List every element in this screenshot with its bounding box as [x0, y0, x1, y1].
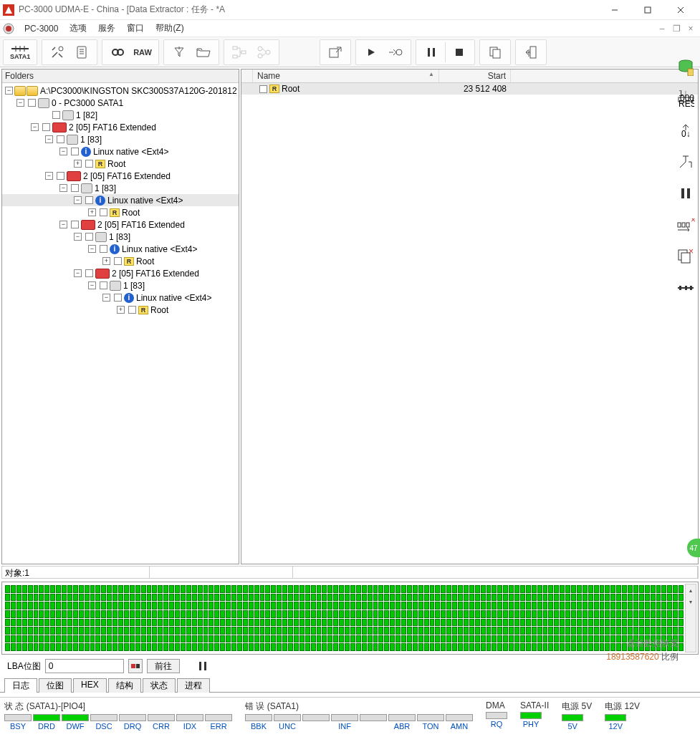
- list-row[interactable]: RRoot 23 512 408: [241, 83, 698, 95]
- play-button[interactable]: [359, 41, 383, 64]
- tree-item[interactable]: 2 [05] FAT16 Extended: [97, 220, 185, 230]
- probe-icon[interactable]: [676, 152, 696, 172]
- tree-item[interactable]: 1 [83]: [95, 183, 116, 193]
- led: [302, 714, 330, 721]
- exit-button[interactable]: [519, 41, 543, 64]
- folder-open-button[interactable]: [191, 41, 216, 64]
- tree-item[interactable]: 1 [83]: [123, 281, 145, 291]
- tree-select-button[interactable]: [227, 41, 251, 64]
- tree-item-selected[interactable]: Linux native <Ext4>: [107, 196, 183, 206]
- status-group-dma: DMA RQ: [486, 700, 507, 731]
- tree-item[interactable]: Root: [136, 256, 154, 266]
- lba-marker-icon[interactable]: [128, 659, 143, 673]
- led: [520, 712, 542, 719]
- tab-status[interactable]: 状态: [143, 678, 176, 693]
- checkbox[interactable]: [28, 99, 36, 107]
- tree-item[interactable]: 0 - PC3000 SATA1: [52, 98, 123, 108]
- minimize-button[interactable]: [598, 0, 631, 20]
- menu-options[interactable]: 选项: [64, 21, 92, 36]
- copy-button[interactable]: [483, 41, 507, 64]
- timeline-icon[interactable]: [676, 278, 696, 298]
- tab-log[interactable]: 日志: [4, 678, 37, 693]
- tree-item[interactable]: 1 [82]: [76, 110, 97, 120]
- led: [33, 714, 60, 721]
- tree-item[interactable]: 2 [05] FAT16 Extended: [69, 122, 156, 132]
- step-button[interactable]: [383, 41, 408, 64]
- svg-rect-39: [688, 69, 694, 76]
- sector-map-icon[interactable]: ×: [676, 215, 696, 235]
- tree-item[interactable]: 2 [05] FAT16 Extended: [83, 171, 171, 181]
- tab-hex[interactable]: HEX: [73, 678, 107, 693]
- svg-rect-32: [428, 48, 430, 57]
- pointer-zero-icon[interactable]: 0↓: [676, 120, 696, 140]
- folder-tree[interactable]: −A:\PC3000\KINGSTON SKC300S37A120G-20181…: [2, 83, 239, 564]
- tree-link-button[interactable]: [251, 41, 276, 64]
- led: [486, 712, 507, 719]
- right-toolbar: 1↓0001RESET 0↓ × ×: [673, 52, 699, 298]
- lba-pause-icon[interactable]: [198, 661, 207, 671]
- close-button[interactable]: [664, 0, 697, 20]
- checkbox[interactable]: [52, 111, 60, 119]
- menu-help[interactable]: 帮助(Z): [150, 21, 189, 36]
- status-group-12v: 电源 12V 12V: [605, 700, 640, 731]
- svg-text:×: ×: [691, 218, 695, 225]
- app-icon: [3, 4, 14, 16]
- object-status-bar: 对象:1: [1, 566, 699, 579]
- folder-icon: [14, 86, 26, 96]
- ext-icon: [52, 122, 67, 132]
- led: [605, 714, 626, 721]
- lba-input[interactable]: [45, 659, 124, 673]
- svg-line-28: [262, 49, 266, 52]
- led: [62, 714, 89, 721]
- led-label: DRQ: [119, 722, 146, 731]
- mdi-close-button[interactable]: ×: [684, 24, 697, 34]
- col-start[interactable]: Start: [439, 69, 511, 82]
- menu-services[interactable]: 服务: [92, 21, 121, 36]
- tree-item[interactable]: Linux native <Ext4>: [122, 244, 197, 254]
- status-group-error: 错 误 (SATA1) BBKUNCINFABRTONAMN: [245, 700, 473, 731]
- tab-struct[interactable]: 结构: [108, 678, 141, 693]
- svg-rect-46: [687, 188, 690, 198]
- stop-button[interactable]: [447, 41, 471, 64]
- led-label: BSY: [4, 722, 32, 731]
- led: [331, 714, 358, 721]
- pause-icon[interactable]: [676, 183, 696, 203]
- col-name[interactable]: Name▲: [253, 69, 439, 82]
- tab-bitmap[interactable]: 位图: [39, 678, 72, 693]
- menu-window[interactable]: 窗口: [121, 21, 150, 36]
- maximize-button[interactable]: [631, 0, 664, 20]
- tab-process[interactable]: 进程: [177, 678, 210, 693]
- copy-sectors-icon[interactable]: ×: [676, 246, 696, 266]
- tree-item[interactable]: Linux native <Ext4>: [136, 293, 211, 303]
- led-label: 12V: [605, 722, 626, 731]
- tree-item[interactable]: Root: [122, 208, 140, 218]
- tree-item[interactable]: 1 [83]: [80, 135, 102, 145]
- mdi-minimize-button[interactable]: –: [656, 24, 668, 34]
- export-button[interactable]: [323, 41, 347, 64]
- mdi-restore-button[interactable]: ❐: [670, 24, 683, 34]
- disk-stack-icon[interactable]: [676, 57, 696, 77]
- tree-item[interactable]: 2 [05] FAT16 Extended: [112, 269, 199, 279]
- pause-button[interactable]: [419, 41, 444, 64]
- sector-map[interactable]: ▴▾: [1, 582, 699, 655]
- raw-button[interactable]: RAW: [130, 41, 155, 64]
- led-label: TON: [417, 722, 444, 731]
- log-button[interactable]: [69, 41, 94, 64]
- led-label: CRR: [148, 722, 175, 731]
- map-scrollbar[interactable]: ▴▾: [685, 584, 696, 652]
- svg-rect-59: [136, 664, 140, 668]
- tree-item[interactable]: Root: [150, 305, 168, 315]
- tools-button[interactable]: [45, 41, 69, 64]
- tree-root[interactable]: A:\PC3000\KINGSTON SKC300S37A120G-201812: [40, 86, 237, 96]
- tree-item[interactable]: 1 [83]: [109, 232, 130, 242]
- reset-icon[interactable]: 1↓0001RESET: [676, 89, 696, 109]
- filter-down-button[interactable]: [167, 41, 191, 64]
- led: [388, 714, 416, 721]
- lba-go-button[interactable]: 前往: [147, 659, 180, 673]
- led-label: AMN: [446, 722, 473, 731]
- tree-item[interactable]: Root: [107, 159, 125, 169]
- led: [446, 714, 473, 721]
- search-button[interactable]: [105, 41, 130, 64]
- tree-item[interactable]: Linux native <Ext4>: [93, 147, 168, 157]
- sata-port-button[interactable]: SATA1: [6, 41, 34, 64]
